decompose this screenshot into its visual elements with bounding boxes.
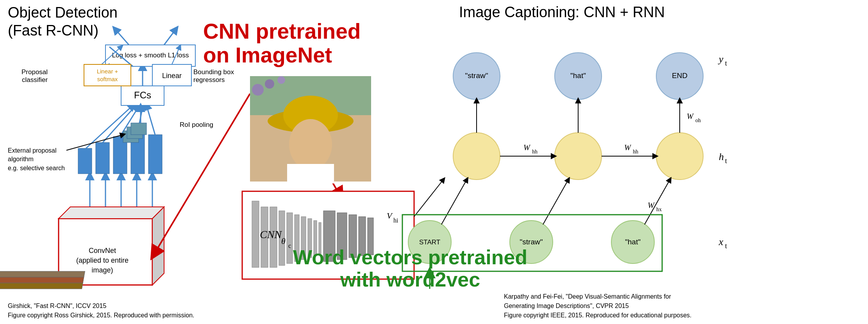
cnn-pretrained-line1: CNN pretrained	[203, 20, 361, 43]
svg-rect-53	[252, 201, 259, 267]
svg-line-25	[109, 47, 133, 66]
svg-point-116	[268, 109, 354, 133]
citation-right: Karpathy and Fei-Fei, "Deep Visual-Seman…	[504, 292, 691, 320]
svg-text:CNN: CNN	[260, 228, 282, 240]
svg-text:Linear +: Linear +	[97, 68, 118, 75]
bbox-regressors-label: Bounding box regressors	[193, 68, 234, 84]
svg-line-28	[172, 47, 180, 64]
proposal-classifier-label: Proposal classifier	[21, 68, 48, 84]
svg-text:"straw": "straw"	[465, 71, 488, 80]
external-proposal-label: External proposal algorithm e.g. selecti…	[8, 146, 65, 173]
cnn-pretrained-line2: on ImageNet	[203, 43, 361, 67]
svg-text:FCs: FCs	[134, 90, 151, 100]
svg-text:softmax: softmax	[97, 76, 118, 82]
svg-text:y: y	[718, 53, 723, 65]
svg-line-16	[103, 105, 136, 142]
svg-text:oh: oh	[695, 117, 701, 123]
svg-rect-56	[279, 211, 285, 265]
cnn-pretrained-label: CNN pretrained on ImageNet	[203, 20, 361, 67]
svg-text:hh: hh	[532, 149, 538, 155]
svg-text:"hat": "hat"	[570, 71, 586, 80]
svg-point-78	[656, 53, 703, 100]
svg-text:W: W	[687, 112, 694, 121]
title-line1: Object Detection	[8, 4, 118, 22]
svg-line-19	[146, 105, 155, 135]
svg-text:Linear: Linear	[162, 72, 182, 80]
svg-text:W: W	[523, 143, 531, 152]
svg-line-18	[138, 105, 143, 133]
svg-text:V: V	[387, 211, 393, 221]
svg-line-15	[86, 105, 133, 148]
svg-rect-55	[270, 207, 277, 267]
svg-line-42	[66, 135, 123, 150]
svg-rect-38	[123, 131, 139, 142]
svg-line-50	[281, 94, 340, 195]
svg-rect-47	[0, 277, 84, 283]
svg-text:x: x	[718, 236, 723, 247]
svg-rect-14	[148, 135, 162, 174]
svg-point-120	[252, 84, 264, 96]
svg-point-91	[611, 221, 654, 263]
svg-point-83	[555, 133, 602, 180]
svg-line-100	[645, 180, 670, 224]
svg-text:hh: hh	[633, 149, 638, 155]
svg-text:hx: hx	[656, 207, 662, 212]
svg-text:θ: θ	[281, 236, 286, 246]
svg-rect-54	[261, 207, 268, 267]
svg-rect-34	[152, 64, 191, 86]
svg-line-27	[102, 47, 121, 64]
svg-line-49	[154, 94, 250, 254]
svg-line-26	[105, 66, 121, 68]
citation-left: Girshick, "Fast R-CNN", ICCV 2015 Figure…	[8, 301, 195, 320]
svg-point-82	[453, 133, 500, 180]
svg-line-99	[543, 180, 568, 224]
svg-text:W: W	[648, 201, 655, 210]
svg-rect-20	[121, 86, 164, 105]
svg-rect-115	[250, 115, 371, 182]
svg-rect-23	[105, 45, 195, 66]
svg-text:Log loss + smooth L1 loss: Log loss + smooth L1 loss	[112, 52, 189, 59]
svg-text:END: END	[672, 71, 688, 80]
svg-line-98	[441, 180, 467, 224]
svg-rect-57	[287, 213, 293, 263]
convnet-label: ConvNet (applied to entire image)	[76, 246, 129, 276]
svg-marker-44	[59, 207, 164, 219]
svg-point-118	[289, 119, 332, 170]
svg-text:W: W	[624, 143, 632, 152]
svg-line-17	[120, 105, 139, 137]
svg-point-117	[283, 96, 338, 135]
image-captioning-title: Image Captioning: CNN + RNN	[459, 4, 665, 21]
svg-rect-114	[250, 76, 371, 115]
svg-rect-11	[96, 142, 109, 174]
svg-rect-12	[113, 137, 127, 174]
svg-rect-46	[0, 271, 85, 277]
word-vector-label: Word vectors pretrained with word2vec	[293, 246, 527, 291]
main-container: FCs Log loss + smooth L1 loss Linear + s…	[0, 0, 868, 324]
svg-point-122	[277, 76, 285, 84]
object-detection-title: Object Detection (Fast R-CNN)	[8, 4, 118, 39]
svg-line-30	[156, 68, 168, 86]
svg-text:t: t	[725, 157, 727, 165]
svg-rect-113	[250, 76, 371, 182]
svg-rect-10	[78, 148, 92, 174]
svg-text:t: t	[725, 242, 727, 250]
svg-point-84	[656, 133, 703, 180]
svg-rect-13	[131, 133, 145, 174]
svg-marker-45	[152, 207, 164, 285]
svg-text:"straw": "straw"	[520, 238, 543, 246]
svg-text:"hat": "hat"	[625, 238, 641, 246]
roi-pooling-label: RoI pooling	[180, 121, 213, 129]
svg-rect-51	[250, 76, 371, 182]
svg-text:hi: hi	[393, 217, 398, 224]
svg-text:c: c	[288, 242, 291, 249]
svg-rect-31	[84, 64, 131, 86]
svg-text:START: START	[419, 239, 440, 246]
svg-rect-48	[0, 283, 83, 289]
svg-rect-39	[127, 127, 143, 139]
svg-line-29	[109, 68, 129, 86]
svg-point-74	[453, 53, 500, 100]
svg-line-37	[164, 29, 176, 45]
title-line2: (Fast R-CNN)	[8, 22, 118, 40]
svg-point-121	[265, 79, 274, 89]
svg-text:t: t	[725, 59, 727, 67]
